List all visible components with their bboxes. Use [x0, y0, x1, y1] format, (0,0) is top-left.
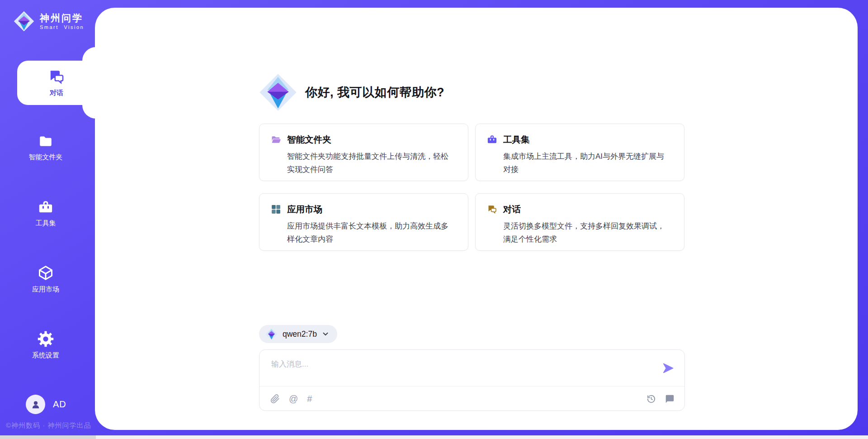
gear-icon	[38, 331, 54, 347]
card-app-market[interactable]: 应用市场 应用市场提供丰富长文本模板，助力高效生成多样化文章内容	[259, 193, 468, 251]
paperclip-icon[interactable]	[270, 394, 280, 404]
card-description: 集成市场上主流工具，助力AI与外界无缝扩展与对接	[503, 150, 667, 176]
chat-bubbles-icon	[48, 68, 65, 86]
card-title: 对话	[503, 203, 521, 215]
user-profile[interactable]: AD	[26, 395, 66, 414]
brand-name: 神州问学	[40, 13, 84, 24]
card-description: 应用市场提供丰富长文本模板，助力高效生成多样化文章内容	[287, 220, 451, 246]
message-composer: @ #	[259, 349, 685, 411]
sidebar-item-label: 工具集	[0, 219, 91, 228]
card-title: 应用市场	[287, 203, 322, 215]
card-chat[interactable]: 对话 灵活切换多模型文件，支持多样回复效果调试，满足个性化需求	[475, 193, 684, 251]
model-selector[interactable]: qwen2:7b	[259, 325, 337, 343]
sidebar-item-label: 系统设置	[0, 351, 91, 360]
open-folder-icon	[271, 134, 281, 145]
sidebar-item-label: 对话	[50, 89, 63, 97]
folder-icon	[38, 134, 53, 149]
send-icon	[662, 362, 674, 374]
brand: 神州问学 Smart Vision	[14, 11, 84, 32]
apps-grid-icon	[271, 204, 281, 215]
composer-toolbar: @ #	[270, 392, 675, 406]
hash-icon[interactable]: #	[307, 394, 312, 403]
card-smart-folder[interactable]: 智能文件夹 智能文件夹功能支持批量文件上传与清洗，轻松实现文件问答	[259, 124, 468, 181]
sidebar-item-chat[interactable]: 对话	[17, 61, 96, 105]
tab-fillet-bottom	[82, 105, 96, 119]
at-icon[interactable]: @	[289, 394, 298, 403]
sidebar-item-label: 应用市场	[0, 285, 91, 294]
person-icon	[30, 399, 41, 410]
card-description: 灵活切换多模型文件，支持多样回复效果调试，满足个性化需求	[503, 220, 667, 246]
tab-fillet-top	[82, 47, 96, 61]
card-description: 智能文件夹功能支持批量文件上传与清洗，轻松实现文件问答	[287, 150, 451, 176]
card-toolset[interactable]: 工具集 集成市场上主流工具，助力AI与外界无缝扩展与对接	[475, 124, 684, 181]
chat-bubbles-icon	[487, 204, 497, 215]
history-icon[interactable]	[646, 394, 656, 404]
briefcase-icon	[487, 134, 497, 145]
diamond-logo-icon	[14, 11, 34, 32]
sidebar-item-settings[interactable]: 系统设置	[0, 331, 91, 360]
greeting-title: 你好, 我可以如何帮助你?	[305, 84, 444, 100]
greeting: 你好, 我可以如何帮助你?	[259, 73, 444, 112]
chevron-down-icon	[322, 330, 329, 338]
sidebar-item-apps[interactable]: 应用市场	[0, 265, 91, 294]
cube-icon	[38, 265, 54, 281]
brand-subtitle: Smart Vision	[40, 24, 84, 30]
user-name: AD	[53, 399, 66, 410]
card-title: 智能文件夹	[287, 134, 331, 146]
sidebar-item-folders[interactable]: 智能文件夹	[0, 134, 91, 162]
card-title: 工具集	[503, 134, 530, 146]
scrollbar-thumb[interactable]	[0, 435, 96, 439]
diamond-logo-icon	[259, 73, 297, 111]
model-name: qwen2:7b	[283, 329, 317, 339]
copyright-text: ©神州数码 · 神州问学出品	[6, 421, 123, 430]
chat-filled-icon[interactable]	[665, 394, 675, 404]
message-input[interactable]	[270, 358, 634, 385]
horizontal-scrollbar[interactable]	[0, 435, 868, 439]
send-button[interactable]	[662, 362, 674, 374]
composer-divider	[259, 386, 684, 387]
sidebar-item-tools[interactable]: 工具集	[0, 200, 91, 228]
app-background: 神州问学 Smart Vision 对话 智能文件夹 工具集 应用市场	[0, 0, 868, 439]
briefcase-icon	[38, 200, 53, 215]
diamond-logo-icon	[265, 328, 278, 340]
feature-cards: 智能文件夹 智能文件夹功能支持批量文件上传与清洗，轻松实现文件问答 工具集 集成…	[259, 124, 684, 251]
sidebar-item-label: 智能文件夹	[0, 153, 91, 162]
avatar	[26, 395, 45, 414]
